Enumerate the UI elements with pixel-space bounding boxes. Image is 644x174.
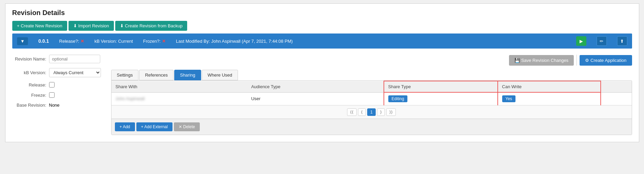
edit-button[interactable]: ✏ xyxy=(597,36,607,46)
base-revision-value: None xyxy=(49,103,60,108)
blurred-name: John Aspinwall xyxy=(116,96,145,101)
prev-page-button[interactable]: ⟨ xyxy=(358,108,366,116)
sharing-table-container: Share With Audience Type Share Type Can … xyxy=(111,80,632,135)
base-revision-row: Base Revision: None xyxy=(12,103,101,108)
frozen-label: Frozen?: ✕ xyxy=(143,39,166,44)
create-application-button[interactable]: ⚙ Create Application xyxy=(580,55,632,66)
cell-extra xyxy=(601,92,632,105)
first-page-button[interactable]: ⟨⟨ xyxy=(347,108,357,116)
base-revision-label: Base Revision: xyxy=(12,103,46,108)
cell-share-type: Editing xyxy=(384,92,498,105)
right-panel: 💾 Save Revision Changes ⚙ Create Applica… xyxy=(111,55,632,135)
freeze-row: Freeze: xyxy=(12,92,101,98)
table-row: John Aspinwall User Editing Yes xyxy=(111,92,632,105)
cell-audience-type: User xyxy=(247,92,384,105)
tab-references[interactable]: References xyxy=(139,70,173,80)
delete-button[interactable]: ✕ Delete xyxy=(174,122,200,131)
main-content: Revision Name: kB Version: Always Curren… xyxy=(12,55,632,135)
col-share-with: Share With xyxy=(111,81,247,92)
upload-button[interactable]: ⬆ xyxy=(617,36,627,46)
page-container: Revision Details + Create New Revision ⬇… xyxy=(5,3,639,142)
revision-toggle-button[interactable]: ▼ xyxy=(17,37,28,45)
freeze-label: Freeze: xyxy=(12,93,46,98)
col-audience-type: Audience Type xyxy=(247,81,384,92)
release-value: ✕ xyxy=(80,39,84,44)
import-revision-button[interactable]: ⬇ Import Revision xyxy=(69,21,114,31)
tab-sharing[interactable]: Sharing xyxy=(174,70,201,80)
tab-where-used[interactable]: Where Used xyxy=(202,70,238,80)
tabs: Settings References Sharing Where Used xyxy=(111,70,632,80)
freeze-checkbox[interactable] xyxy=(49,92,55,98)
left-panel: Revision Name: kB Version: Always Curren… xyxy=(12,55,101,135)
share-type-badge: Editing xyxy=(388,95,408,102)
release-checkbox[interactable] xyxy=(49,82,55,88)
toolbar: + Create New Revision ⬇ Import Revision … xyxy=(12,21,632,31)
page-title: Revision Details xyxy=(12,9,632,17)
kb-version-label: kB Version: Current xyxy=(94,39,133,44)
add-external-button[interactable]: + Add External xyxy=(136,122,173,131)
can-write-badge: Yes xyxy=(502,95,516,102)
kb-version-label: kB Version: xyxy=(12,70,46,75)
release-row: Release: xyxy=(12,82,101,88)
sharing-table: Share With Audience Type Share Type Can … xyxy=(111,81,632,105)
revision-name-row: Revision Name: xyxy=(12,55,101,63)
cell-can-write: Yes xyxy=(498,92,601,105)
tab-settings[interactable]: Settings xyxy=(111,70,139,80)
top-right-buttons: 💾 Save Revision Changes ⚙ Create Applica… xyxy=(111,55,632,66)
col-extra xyxy=(601,81,632,92)
button-divider xyxy=(576,55,577,66)
release-label: Release?: ✕ xyxy=(59,39,85,44)
col-share-type: Share Type xyxy=(384,81,498,92)
revision-name-label: Revision Name: xyxy=(12,56,46,62)
table-action-buttons: + Add + Add External ✕ Delete xyxy=(111,119,632,135)
last-modified-label: Last Modified By: John Aspinwall (Apr 7,… xyxy=(176,39,293,44)
current-page-button[interactable]: 1 xyxy=(367,108,376,116)
next-page-button[interactable]: ⟩ xyxy=(377,108,385,116)
create-new-revision-button[interactable]: + Create New Revision xyxy=(12,21,67,31)
save-revision-button[interactable]: 💾 Save Revision Changes xyxy=(509,55,574,66)
revision-version: 0.0.1 xyxy=(38,38,49,44)
create-from-backup-button[interactable]: ⬇ Create Revision from Backup xyxy=(115,21,188,31)
revision-name-input[interactable] xyxy=(49,55,100,63)
release-form-label: Release: xyxy=(12,82,46,88)
last-page-button[interactable]: ⟩⟩ xyxy=(386,108,396,116)
cell-share-with: John Aspinwall xyxy=(111,92,247,105)
frozen-value: ✕ xyxy=(162,39,166,44)
play-button[interactable]: ▶ xyxy=(576,36,586,46)
add-button[interactable]: + Add xyxy=(115,122,135,131)
col-can-write: Can Write xyxy=(498,81,601,92)
kb-version-row: kB Version: Always Current 1.0 2.0 xyxy=(12,68,101,77)
revision-bar: ▼ 0.0.1 Release?: ✕ kB Version: Current … xyxy=(12,34,632,49)
kb-version-select[interactable]: Always Current 1.0 2.0 xyxy=(49,68,101,77)
pagination: ⟨⟨ ⟨ 1 ⟩ ⟩⟩ xyxy=(111,105,632,119)
